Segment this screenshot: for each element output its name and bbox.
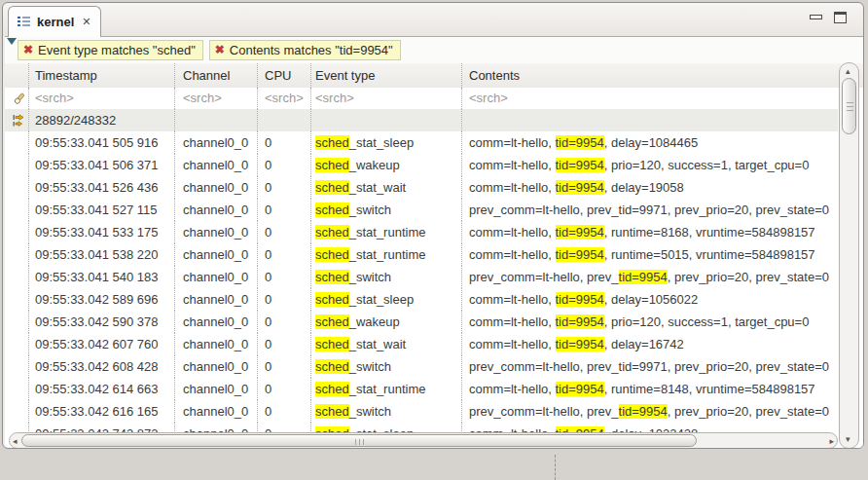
- event-type-rest: _stat_wait: [349, 180, 407, 195]
- contents-post: , runtime=8148, vruntime=584898157: [604, 382, 815, 396]
- maximize-icon[interactable]: [834, 12, 847, 23]
- filter-chip-label: Event type matches "sched": [38, 43, 196, 57]
- cell-event-type: sched_stat_wait: [311, 333, 462, 355]
- cell-contents: comm=lt-hello, tid=9954, runtime=8148, v…: [462, 378, 832, 400]
- filter-chip-label: Contents matches "tid=9954": [230, 43, 393, 57]
- cell-channel: channel0_0: [175, 288, 258, 311]
- row-gutter: [9, 154, 29, 176]
- cell-cpu: 0: [258, 423, 311, 432]
- sash-drag-handle[interactable]: [555, 455, 556, 480]
- row-gutter: [9, 199, 29, 221]
- contents-pre: prev_comm=lt-hello, prev_: [469, 270, 619, 284]
- cell-event-type: sched_stat_sleep: [311, 288, 462, 311]
- cell-channel: channel0_0: [175, 400, 258, 423]
- scroll-left-arrow[interactable]: ◂: [13, 437, 18, 446]
- event-type-match-highlight: sched: [315, 404, 349, 419]
- event-row[interactable]: 09:55:33.042 614 663 channel0_0 0 sched_…: [5, 378, 863, 400]
- event-type-match-highlight: sched: [315, 247, 349, 262]
- event-type-rest: _wakeup: [349, 314, 400, 329]
- vertical-scrollbar-thumb[interactable]: [842, 78, 856, 134]
- contents-match-highlight: tid=9954: [556, 292, 604, 307]
- cell-event-type: sched_wakeup: [311, 154, 462, 176]
- cell-contents: comm=lt-hello, tid=9954, runtime=8168, v…: [462, 221, 832, 243]
- cell-contents: prev_comm=lt-hello, prev_tid=9971, prev_…: [462, 355, 832, 378]
- cell-channel: channel0_0: [175, 355, 258, 378]
- scroll-right-arrow[interactable]: ▸: [829, 437, 834, 446]
- cell-cpu: 0: [258, 131, 311, 154]
- count-cell-channel: [175, 109, 258, 131]
- cell-event-type: sched_switch: [311, 266, 462, 288]
- cell-event-type: sched_stat_wait: [311, 176, 462, 199]
- event-type-match-highlight: sched: [315, 158, 349, 172]
- row-gutter: [9, 176, 29, 199]
- event-type-match-highlight: sched: [315, 180, 349, 195]
- event-row[interactable]: 09:55:33.041 540 183 channel0_0 0 sched_…: [5, 266, 863, 288]
- search-input-event-type[interactable]: <srch>: [311, 88, 462, 109]
- contents-match-highlight: tid=9954: [556, 158, 604, 172]
- search-input-channel[interactable]: <srch>: [175, 88, 258, 109]
- scroll-down-arrow[interactable]: ▾: [846, 435, 850, 444]
- contents-post: , prev_prio=20, prev_state=0: [668, 404, 829, 419]
- cell-cpu: 0: [258, 400, 311, 423]
- event-type-match-highlight: sched: [315, 292, 349, 307]
- cell-event-type: sched_stat_runtime: [311, 378, 462, 400]
- cell-event-type: sched_stat_runtime: [311, 243, 462, 266]
- search-input-cpu[interactable]: <srch>: [258, 88, 311, 109]
- search-input-contents[interactable]: <srch>: [462, 88, 832, 109]
- event-row[interactable]: 09:55:33.042 590 378 channel0_0 0 sched_…: [5, 311, 863, 333]
- event-row[interactable]: 09:55:33.041 506 371 channel0_0 0 sched_…: [5, 154, 863, 176]
- search-input-timestamp[interactable]: <srch>: [29, 88, 175, 109]
- column-header-event-type[interactable]: Event type: [311, 63, 462, 88]
- view-menu-arrow-icon[interactable]: [7, 38, 17, 45]
- column-header-channel[interactable]: Channel: [175, 63, 258, 88]
- cell-timestamp: 09:55:33.042 608 428: [29, 355, 175, 378]
- row-gutter: [9, 266, 29, 288]
- cell-timestamp: 09:55:33.041 526 436: [29, 176, 175, 199]
- cell-contents: comm=lt-hello, tid=9954, runtime=5015, v…: [462, 243, 832, 266]
- row-gutter: [9, 221, 29, 243]
- scroll-up-arrow[interactable]: ▴: [846, 67, 850, 76]
- cell-timestamp: 09:55:33.041 505 916: [29, 131, 175, 154]
- search-row: <srch> <srch> <srch> <srch> <srch>: [5, 88, 863, 109]
- column-header-contents[interactable]: Contents: [462, 63, 832, 88]
- contents-pre: comm=lt-hello,: [469, 158, 556, 172]
- horizontal-scrollbar[interactable]: ◂ ▸: [9, 432, 838, 448]
- close-icon[interactable]: ✕: [80, 16, 90, 28]
- event-row[interactable]: 09:55:33.041 533 175 channel0_0 0 sched_…: [5, 221, 863, 243]
- tab-kernel[interactable]: kernel ✕: [8, 6, 101, 37]
- cell-contents: comm=lt-hello, tid=9954, prio=120, succe…: [462, 154, 832, 176]
- event-row[interactable]: 09:55:33.042 607 760 channel0_0 0 sched_…: [5, 333, 863, 355]
- event-row[interactable]: 09:55:33.042 616 165 channel0_0 0 sched_…: [5, 400, 863, 423]
- event-row[interactable]: 09:55:33.042 589 696 channel0_0 0 sched_…: [5, 288, 863, 311]
- event-row[interactable]: 09:55:33.041 526 436 channel0_0 0 sched_…: [5, 176, 863, 199]
- event-type-match-highlight: sched: [315, 337, 349, 351]
- event-row[interactable]: 09:55:33.042 608 428 channel0_0 0 sched_…: [5, 355, 863, 378]
- event-row[interactable]: 09:55:33.041 538 220 channel0_0 0 sched_…: [5, 243, 863, 266]
- row-gutter: [9, 378, 29, 400]
- contents-match-highlight: tid=9954: [556, 135, 604, 150]
- contents-post: , runtime=5015, vruntime=584898157: [604, 247, 815, 262]
- contents-pre: comm=lt-hello,: [469, 225, 556, 240]
- search-icon: [9, 88, 29, 109]
- event-row[interactable]: 09:55:33.042 743 873 channel0_0 0 sched_…: [5, 423, 863, 432]
- contents-match-highlight: tid=9954: [556, 225, 604, 240]
- cell-channel: channel0_0: [175, 311, 258, 333]
- remove-filter-icon[interactable]: ✖: [23, 43, 33, 56]
- minimize-icon[interactable]: [810, 15, 822, 19]
- contents-match-highlight: tid=9954: [556, 382, 604, 396]
- event-type-rest: _switch: [349, 359, 391, 374]
- column-header-cpu[interactable]: CPU: [258, 63, 311, 88]
- contents-post: , delay=1084465: [604, 135, 699, 150]
- vertical-scrollbar[interactable]: ▴ ▾: [839, 62, 859, 448]
- contents-post: , prio=120, success=1, target_cpu=0: [604, 314, 810, 329]
- cell-contents: comm=lt-hello, tid=9954, delay=16742: [462, 333, 832, 355]
- event-type-rest: _stat_runtime: [349, 247, 426, 262]
- remove-filter-icon[interactable]: ✖: [215, 43, 225, 56]
- event-row[interactable]: 09:55:33.041 527 115 channel0_0 0 sched_…: [5, 199, 863, 221]
- event-row[interactable]: 09:55:33.041 505 916 channel0_0 0 sched_…: [5, 131, 863, 154]
- cell-timestamp: 09:55:33.041 538 220: [29, 243, 175, 266]
- contents-pre: comm=lt-hello,: [469, 247, 556, 262]
- horizontal-scrollbar-thumb[interactable]: [21, 434, 697, 447]
- cell-event-type: sched_stat_sleep: [311, 131, 462, 154]
- column-header-timestamp[interactable]: Timestamp: [29, 63, 175, 88]
